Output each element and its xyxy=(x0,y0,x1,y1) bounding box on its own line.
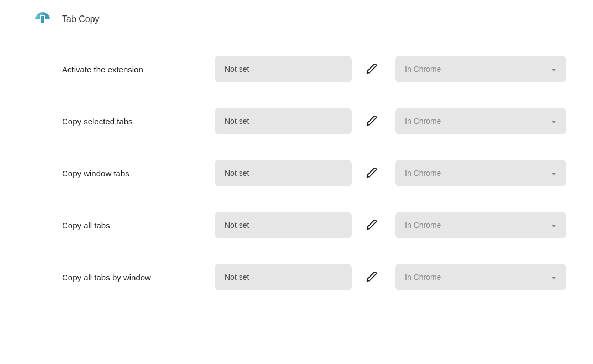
shortcut-label: Copy all tabs xyxy=(62,221,215,230)
scope-value: In Chrome xyxy=(405,117,441,126)
edit-shortcut-button[interactable] xyxy=(361,162,383,184)
scope-value: In Chrome xyxy=(405,221,441,230)
shortcut-input[interactable]: Not set xyxy=(215,108,352,134)
shortcut-value: Not set xyxy=(225,169,249,178)
shortcut-row: Copy all tabs Not set In Chrome xyxy=(62,212,566,238)
shortcut-input[interactable]: Not set xyxy=(215,212,352,238)
extension-header: Tab Copy xyxy=(0,0,593,38)
scope-value: In Chrome xyxy=(405,65,441,74)
extension-title: Tab Copy xyxy=(62,14,100,24)
pencil-icon xyxy=(366,63,377,76)
shortcut-label: Copy all tabs by window xyxy=(62,273,215,282)
pencil-icon xyxy=(366,271,377,284)
shortcut-value: Not set xyxy=(225,117,249,126)
pencil-icon xyxy=(366,167,377,180)
shortcut-label: Copy selected tabs xyxy=(62,117,215,126)
chevron-down-icon xyxy=(551,168,556,178)
shortcut-input[interactable]: Not set xyxy=(215,160,352,186)
pencil-icon xyxy=(366,115,377,128)
shortcut-input[interactable]: Not set xyxy=(215,264,352,290)
scope-dropdown[interactable]: In Chrome xyxy=(395,160,566,186)
shortcut-label: Activate the extension xyxy=(62,65,215,74)
pencil-icon xyxy=(366,219,377,232)
scope-value: In Chrome xyxy=(405,273,441,282)
edit-shortcut-button[interactable] xyxy=(361,110,383,132)
chevron-down-icon xyxy=(551,220,556,230)
scope-dropdown[interactable]: In Chrome xyxy=(395,108,566,134)
shortcut-value: Not set xyxy=(225,221,249,230)
shortcut-value: Not set xyxy=(225,273,249,282)
shortcut-row: Activate the extension Not set In Chrome xyxy=(62,56,566,82)
scope-dropdown[interactable]: In Chrome xyxy=(395,212,566,238)
scope-dropdown[interactable]: In Chrome xyxy=(395,56,566,82)
extension-logo-icon xyxy=(35,12,50,27)
edit-shortcut-button[interactable] xyxy=(361,58,383,80)
edit-shortcut-button[interactable] xyxy=(361,266,383,288)
shortcut-input[interactable]: Not set xyxy=(215,56,352,82)
shortcut-label: Copy window tabs xyxy=(62,169,215,178)
chevron-down-icon xyxy=(551,116,556,126)
svg-rect-1 xyxy=(41,16,44,23)
shortcut-row: Copy all tabs by window Not set In Chrom… xyxy=(62,264,566,290)
shortcut-row: Copy selected tabs Not set In Chrome xyxy=(62,108,566,134)
scope-dropdown[interactable]: In Chrome xyxy=(395,264,566,290)
shortcuts-list: Activate the extension Not set In Chrome… xyxy=(0,38,593,290)
edit-shortcut-button[interactable] xyxy=(361,214,383,236)
scope-value: In Chrome xyxy=(405,169,441,178)
shortcut-row: Copy window tabs Not set In Chrome xyxy=(62,160,566,186)
shortcut-value: Not set xyxy=(225,65,249,74)
chevron-down-icon xyxy=(551,272,556,282)
chevron-down-icon xyxy=(551,64,556,74)
